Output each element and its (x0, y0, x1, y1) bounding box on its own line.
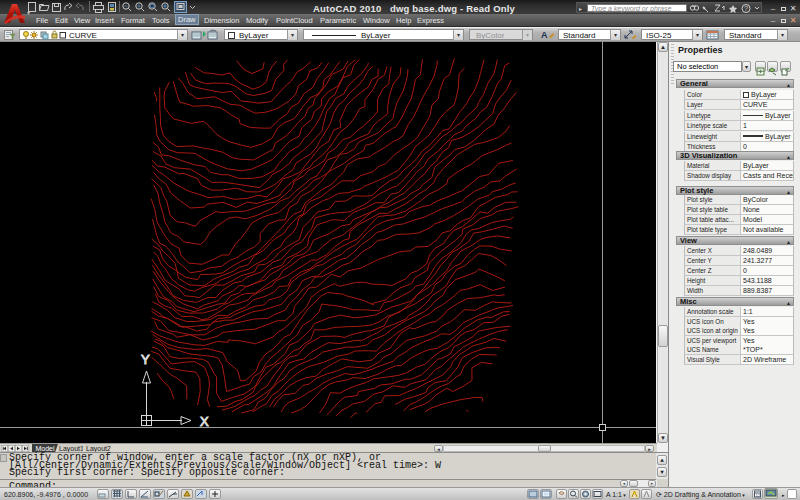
svg-text:Y: Y (141, 352, 150, 367)
svg-text:12: 12 (756, 493, 761, 498)
svg-text:X: X (200, 414, 209, 429)
svg-text:?: ? (744, 5, 748, 12)
svg-text:A: A (541, 30, 548, 40)
